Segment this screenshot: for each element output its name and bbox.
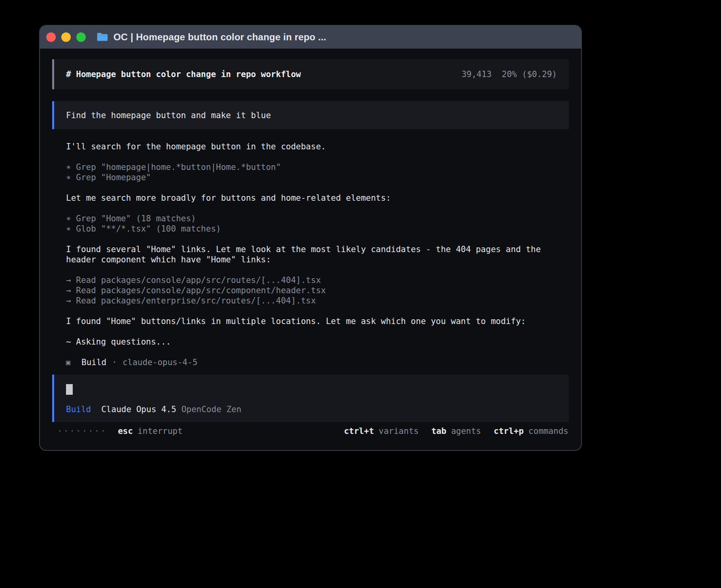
status-right: ctrl+t variants tab agents ctrl+p comman… [344,426,568,437]
status-bar: ········ esc interrupt ctrl+t variants t… [57,426,568,437]
agents-hint: tab agents [431,426,481,437]
zoom-button[interactable] [76,32,86,42]
context-percent: 20% [502,70,517,79]
spinner-dots: ········ [57,426,107,437]
window-title: OC | Homepage button color change in rep… [113,32,326,43]
session-stats: 39,413 20% ($0.29) [462,70,557,79]
assistant-text: I found several "Home" links. Let me loo… [66,244,569,265]
tool-call-line: → Read packages/console/app/src/routes/[… [66,275,569,285]
terminal-window: OC | Homepage button color change in rep… [39,25,582,451]
conversation: I'll search for the homepage button in t… [66,141,569,368]
folder-icon [96,32,108,42]
token-count: 39,413 [462,70,492,79]
tool-call-line: ∗ Grep "Homepage" [66,172,569,183]
close-button[interactable] [46,32,56,42]
session-cost: ($0.29) [522,70,557,79]
provider-label: OpenCode Zen [181,405,242,414]
status-left: ········ esc interrupt [57,426,183,437]
commands-hint: ctrl+p commands [494,426,568,437]
session-header: # Homepage button color change in repo w… [52,59,569,89]
input-line[interactable] [66,384,557,395]
user-message-text: Find the homepage button and make it blu… [66,111,271,120]
title-wrap: OC | Homepage button color change in rep… [96,32,326,43]
model-label[interactable]: Claude Opus 4.5 [101,405,176,414]
assistant-text: Let me search more broadly for buttons a… [66,193,569,203]
agent-separator: · [112,357,117,368]
user-message: Find the homepage button and make it blu… [52,101,569,129]
traffic-lights [46,32,86,42]
tool-call-line: ∗ Grep "Home" (18 matches) [66,213,569,224]
tool-call-line: ∗ Grep "homepage|home.*button|Home.*butt… [66,162,569,172]
variants-hint: ctrl+t variants [344,426,419,437]
window-titlebar[interactable]: OC | Homepage button color change in rep… [40,26,581,49]
tool-call-line: ∗ Glob "**/*.tsx" (100 matches) [66,224,569,234]
variants-key: ctrl+t [344,426,374,437]
agent-model: claude-opus-4-5 [123,357,198,368]
esc-key-hint: esc [118,426,133,437]
minimize-button[interactable] [61,32,71,42]
agents-label: agents [451,426,481,437]
prompt-input[interactable]: Build Claude Opus 4.5 OpenCode Zen [52,375,569,422]
tool-call-line: → Read packages/console/app/src/componen… [66,285,569,296]
variants-label: variants [379,426,419,437]
assistant-text: I found "Home" buttons/links in multiple… [66,316,569,326]
agent-line: ▣ Build · claude-opus-4-5 [66,357,569,368]
agent-icon: ▣ [66,357,73,368]
commands-key: ctrl+p [494,426,524,437]
tool-call-line: → Read packages/enterprise/src/routes/[.… [66,296,569,306]
session-title: # Homepage button color change in repo w… [66,70,301,79]
mode-label[interactable]: Build [66,405,91,414]
assistant-text: I'll search for the homepage button in t… [66,141,569,152]
agents-key: tab [431,426,446,437]
input-footer: Build Claude Opus 4.5 OpenCode Zen [66,405,557,414]
text-cursor [66,384,73,395]
status-line: ~ Asking questions... [66,337,569,347]
commands-label: commands [528,426,568,437]
agent-name: Build [81,357,106,368]
interrupt-label: interrupt [138,426,183,437]
